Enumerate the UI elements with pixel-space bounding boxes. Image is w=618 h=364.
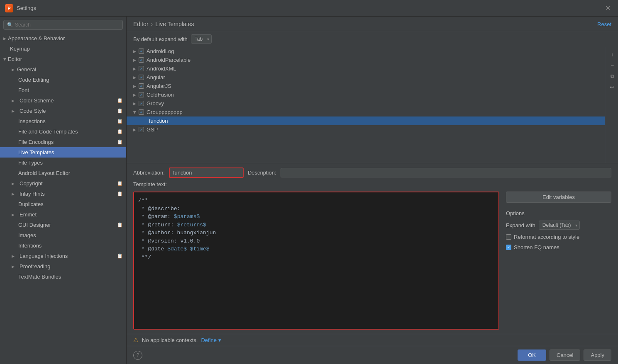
sidebar-item-live-templates[interactable]: Live Templates: [0, 147, 126, 158]
search-box[interactable]: 🔍: [3, 20, 123, 30]
sidebar-item-proofreading[interactable]: ▶ Proofreading: [0, 261, 126, 272]
sidebar-item-language-injections[interactable]: ▶ Language Injections 📋: [0, 251, 126, 261]
description-input[interactable]: [281, 168, 611, 177]
sidebar-item-editor[interactable]: ▶ Editor: [0, 54, 126, 64]
edit-variables-button[interactable]: Edit variables: [506, 192, 611, 203]
sidebar-item-appearance[interactable]: ▶ Appearance & Behavior: [0, 33, 126, 44]
sidebar-item-android-layout-editor[interactable]: Android Layout Editor: [0, 168, 126, 178]
tree-section: ▶ AndroidLog ▶ AndroidParcelable: [127, 47, 618, 163]
tree-item-androidparcelable[interactable]: ▶ AndroidParcelable: [127, 56, 605, 64]
main-body: ▶ AndroidLog ▶ AndroidParcelable: [127, 47, 618, 346]
settings-dialog: P Settings ✕ 🔍 ▶ Appearance & Behavior K…: [0, 0, 618, 364]
form-area: Abbreviation: Description: Template text…: [127, 163, 618, 192]
label-groupppppppp: Groupppppppp: [147, 109, 183, 115]
tree-item-angularjs[interactable]: ▶ AngularJS: [127, 82, 605, 90]
cancel-button[interactable]: Cancel: [550, 349, 580, 361]
expand-with-label: Expand with: [506, 222, 535, 228]
add-button[interactable]: +: [608, 50, 617, 59]
sidebar-item-file-code-templates[interactable]: File and Code Templates 📋: [0, 126, 126, 137]
expand-dropdown[interactable]: Tab: [191, 34, 212, 44]
sidebar-item-general[interactable]: ▶ General: [0, 64, 126, 75]
remove-button[interactable]: −: [608, 61, 617, 70]
copy-button[interactable]: ⧉: [608, 72, 617, 81]
sidebar-label-language-injections: Language Injections: [20, 253, 68, 259]
close-button[interactable]: ✕: [603, 3, 613, 13]
badge-inlay-hints: 📋: [117, 191, 123, 197]
expand-with-dropdown[interactable]: Default (Tab): [539, 221, 580, 230]
define-link[interactable]: Define ▾: [201, 337, 221, 343]
sidebar-item-inlay-hints[interactable]: ▶ Inlay Hints 📋: [0, 189, 126, 199]
tree-item-angular[interactable]: ▶ Angular: [127, 73, 605, 82]
badge-gui-designer: 📋: [117, 222, 123, 228]
expand-dropdown-wrapper: Tab: [191, 34, 212, 44]
expand-arrow-editor: ▶: [3, 58, 7, 61]
options-panel: Edit variables Options Expand with Defau…: [499, 192, 611, 330]
apply-button[interactable]: Apply: [584, 349, 611, 361]
checkbox-gsp[interactable]: [139, 127, 144, 132]
sidebar-item-textmate-bundles[interactable]: TextMate Bundles: [0, 272, 126, 282]
expand-arrow-appearance: ▶: [3, 36, 6, 41]
label-coldfusion: ColdFusion: [147, 92, 174, 98]
sidebar-label-keymap: Keymap: [10, 46, 30, 52]
main-panel: Editor › Live Templates Reset By default…: [127, 17, 618, 364]
tree-item-function[interactable]: function: [127, 116, 605, 125]
revert-button[interactable]: ↩: [608, 83, 617, 92]
badge-inspections: 📋: [117, 119, 123, 124]
tree-item-groupppppppp[interactable]: ▶ Groupppppppp: [127, 108, 605, 116]
arrow-gsp: ▶: [133, 128, 136, 132]
tree-item-androidxml[interactable]: ▶ AndroidXML: [127, 64, 605, 73]
reformat-checkbox[interactable]: [506, 234, 511, 240]
sidebar-item-copyright[interactable]: ▶ Copyright 📋: [0, 178, 126, 189]
sidebar-item-color-scheme[interactable]: ▶ Color Scheme 📋: [0, 95, 126, 106]
sidebar-item-code-style[interactable]: ▶ Code Style 📋: [0, 106, 126, 116]
search-icon: 🔍: [7, 22, 13, 28]
sidebar-label-font: Font: [18, 87, 29, 93]
template-editor[interactable]: /** * @describe: * @param: $params$ * @r…: [134, 192, 498, 329]
checkbox-angular[interactable]: [139, 75, 144, 80]
checkbox-angularjs[interactable]: [139, 83, 144, 89]
sidebar-label-proofreading: Proofreading: [20, 263, 50, 269]
sidebar-item-file-types[interactable]: File Types: [0, 158, 126, 168]
tree-item-coldfusion[interactable]: ▶ ColdFusion: [127, 90, 605, 99]
sidebar-item-file-encodings[interactable]: File Encodings 📋: [0, 137, 126, 147]
tree-item-groovy[interactable]: ▶ Groovy: [127, 99, 605, 108]
sidebar-item-duplicates[interactable]: Duplicates: [0, 199, 126, 209]
sidebar-item-inspections[interactable]: Inspections 📋: [0, 116, 126, 126]
sidebar-item-code-editing[interactable]: Code Editing: [0, 75, 126, 85]
search-input[interactable]: [15, 22, 119, 28]
help-button[interactable]: ?: [133, 351, 142, 360]
reformat-label: Reformat according to style: [514, 234, 579, 240]
tree-container: ▶ AndroidLog ▶ AndroidParcelable: [127, 47, 605, 163]
checkbox-coldfusion[interactable]: [139, 92, 144, 97]
sidebar-item-emmet[interactable]: ▶ Emmet: [0, 209, 126, 220]
ok-button[interactable]: OK: [518, 349, 546, 361]
expand-arrow-language-injections: ▶: [12, 254, 15, 258]
sidebar-label-intentions: Intentions: [18, 243, 42, 249]
app-icon: P: [5, 4, 13, 12]
sidebar-item-gui-designer[interactable]: GUI Designer 📋: [0, 220, 126, 230]
checkbox-groupppppppp[interactable]: [139, 109, 144, 115]
tree-item-gsp[interactable]: ▶ GSP: [127, 125, 605, 134]
expand-toolbar: By default expand with Tab: [127, 31, 618, 47]
checkbox-groovy[interactable]: [139, 101, 144, 106]
abbreviation-label: Abbreviation:: [133, 170, 165, 176]
abbreviation-input[interactable]: [169, 167, 244, 178]
checkbox-androidxml[interactable]: [139, 66, 144, 71]
tpl-line-8: **/: [138, 253, 494, 262]
label-function: function: [149, 118, 168, 124]
reset-button[interactable]: Reset: [597, 21, 611, 27]
checkbox-androidparcelable[interactable]: [139, 57, 144, 63]
tree-item-androidlog[interactable]: ▶ AndroidLog: [127, 47, 605, 56]
checkbox-androidlog[interactable]: [139, 49, 144, 54]
sidebar-item-font[interactable]: Font: [0, 85, 126, 95]
label-androidparcelable: AndroidParcelable: [147, 57, 191, 63]
sidebar-item-intentions[interactable]: Intentions: [0, 240, 126, 251]
sidebar-item-keymap[interactable]: Keymap: [0, 44, 126, 54]
tree-right-toolbar: + − ⧉ ↩: [605, 47, 618, 163]
options-title: Options: [506, 210, 611, 216]
badge-file-code-templates: 📋: [117, 129, 123, 134]
tpl-line-6: * @version: v1.0.0: [138, 237, 494, 245]
shorten-checkbox[interactable]: [506, 245, 511, 250]
sidebar-label-inspections: Inspections: [18, 118, 46, 124]
sidebar-item-images[interactable]: Images: [0, 230, 126, 240]
